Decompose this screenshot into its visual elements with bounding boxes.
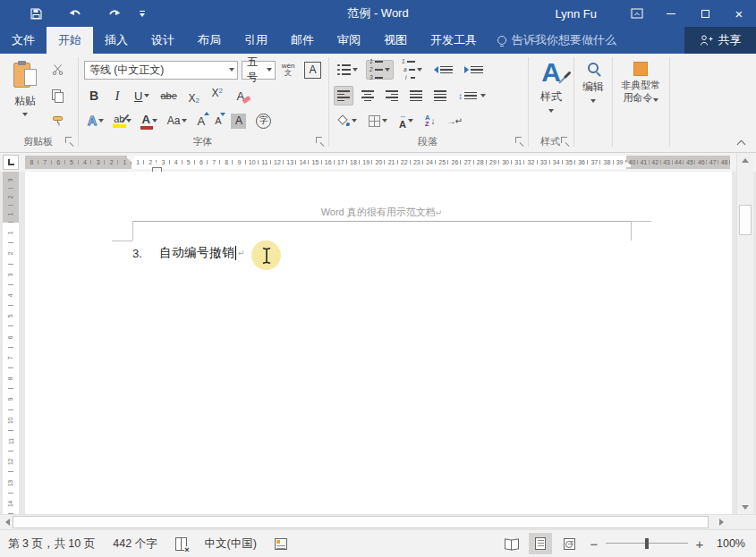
- styles-button[interactable]: A 样式: [529, 57, 573, 113]
- ruler-number: 8: [220, 156, 233, 169]
- zoom-slider[interactable]: [606, 535, 688, 553]
- tab-mailings[interactable]: 邮件: [279, 27, 326, 54]
- format-painter-button[interactable]: [48, 111, 68, 131]
- left-indent-marker[interactable]: [153, 168, 161, 172]
- shading-button[interactable]: [334, 111, 361, 131]
- align-center-button[interactable]: [358, 86, 378, 105]
- page-indicator[interactable]: 第 3 页，共 10 页: [8, 536, 95, 552]
- read-mode-button[interactable]: [500, 533, 523, 554]
- strikethrough-button[interactable]: abe: [157, 86, 180, 105]
- distribute-button[interactable]: [430, 86, 450, 105]
- numbering-button[interactable]: [366, 60, 394, 80]
- tab-design[interactable]: 设计: [140, 27, 186, 54]
- macro-record-icon[interactable]: [275, 538, 287, 550]
- paragraph-dialog-launcher[interactable]: [514, 136, 524, 146]
- styles-dialog-launcher[interactable]: [560, 136, 570, 146]
- scroll-up-button[interactable]: [737, 153, 753, 167]
- scroll-down-button[interactable]: [737, 500, 753, 514]
- web-layout-icon: [564, 538, 575, 550]
- undo-icon: [68, 8, 82, 20]
- tell-me-box[interactable]: 告诉我你想要做什么: [488, 27, 625, 54]
- language-indicator[interactable]: 中文(中国): [205, 536, 257, 552]
- vertical-scroll-thumb[interactable]: [739, 205, 752, 235]
- editing-button[interactable]: 编辑: [574, 57, 612, 103]
- align-left-button[interactable]: [334, 86, 353, 105]
- word-count[interactable]: 442 个字: [113, 536, 157, 552]
- change-case-button[interactable]: Aa: [164, 111, 191, 131]
- tab-home[interactable]: 开始: [47, 27, 93, 54]
- bold-button[interactable]: B: [84, 86, 104, 105]
- phonetic-guide-button[interactable]: wén 文: [279, 60, 297, 80]
- tab-review[interactable]: 审阅: [326, 27, 372, 54]
- maximize-button[interactable]: [688, 0, 722, 27]
- save-button[interactable]: [16, 0, 55, 27]
- bullets-button[interactable]: [334, 60, 361, 80]
- borders-button[interactable]: [365, 111, 391, 131]
- scroll-right-button[interactable]: [714, 515, 728, 529]
- align-right-button[interactable]: [382, 86, 402, 105]
- copy-button[interactable]: [48, 85, 66, 105]
- grow-font-button[interactable]: A: [193, 111, 208, 131]
- print-layout-button[interactable]: [529, 533, 552, 554]
- tab-layout[interactable]: 布局: [186, 27, 233, 54]
- line-spacing-button[interactable]: ↕: [454, 86, 489, 105]
- font-name-combo[interactable]: 等线 (中文正文): [84, 61, 238, 80]
- share-button[interactable]: 共享: [684, 27, 756, 54]
- show-marks-button[interactable]: →↵: [443, 111, 464, 131]
- close-button[interactable]: ×: [722, 0, 756, 27]
- customize-qat-button[interactable]: [134, 0, 150, 27]
- body-paragraph[interactable]: 3. 自动编号撤销 ↵: [132, 244, 245, 262]
- signed-in-user[interactable]: Lynn Fu: [556, 7, 598, 21]
- zoom-in-button[interactable]: +: [692, 536, 708, 552]
- font-size-value: 五号: [247, 55, 267, 85]
- tab-stop-selector[interactable]: [3, 155, 19, 170]
- vertical-scrollbar[interactable]: [736, 153, 753, 514]
- proofing-errors-icon[interactable]: [175, 537, 187, 551]
- horizontal-scroll-thumb[interactable]: [13, 516, 709, 528]
- sort-button[interactable]: A Z ↓: [421, 111, 438, 131]
- clear-formatting-button[interactable]: A: [231, 86, 251, 105]
- character-shading-button[interactable]: A: [227, 111, 250, 131]
- decrease-indent-button[interactable]: [430, 60, 456, 80]
- web-layout-button[interactable]: [557, 533, 581, 554]
- collapse-ribbon-button[interactable]: [737, 139, 745, 147]
- italic-button[interactable]: I: [107, 86, 127, 105]
- font-color-button[interactable]: A: [138, 111, 160, 131]
- paragraph-mark-icon: ↵: [436, 208, 443, 217]
- shrink-font-button[interactable]: A: [211, 111, 225, 131]
- tab-insert[interactable]: 插入: [93, 27, 140, 54]
- highlight-button[interactable]: ab: [110, 111, 135, 131]
- zoom-slider-thumb[interactable]: [645, 538, 649, 549]
- tab-developer[interactable]: 开发工具: [419, 27, 488, 54]
- character-border-button[interactable]: A: [301, 60, 325, 80]
- document-page[interactable]: Word 真的很有用示范文档↵ 3. 自动编号撤销 ↵: [25, 172, 732, 514]
- superscript-button[interactable]: X2: [208, 86, 227, 105]
- subscript-button[interactable]: X2: [184, 86, 204, 105]
- cut-button[interactable]: [48, 59, 67, 79]
- font-dialog-launcher[interactable]: [315, 136, 325, 146]
- minimize-button[interactable]: [654, 0, 688, 27]
- justify-button[interactable]: [406, 86, 426, 105]
- font-size-combo[interactable]: 五号: [242, 61, 276, 80]
- tab-file[interactable]: 文件: [0, 27, 47, 54]
- group-font: 等线 (中文正文) 五号 wén 文 A B I U: [79, 54, 328, 152]
- tab-references[interactable]: 引用: [233, 27, 279, 54]
- chevron-down-icon: [352, 119, 357, 122]
- clipboard-dialog-launcher[interactable]: [64, 136, 74, 146]
- enclose-characters-button[interactable]: 字: [252, 111, 275, 131]
- character-scaling-button[interactable]: ↔ A: [395, 111, 417, 131]
- undo-button[interactable]: [55, 0, 95, 27]
- underline-button[interactable]: U: [131, 86, 153, 105]
- multilevel-list-button[interactable]: [398, 60, 426, 80]
- vertical-ruler[interactable]: 321 1234567891011121314: [3, 172, 19, 514]
- atypical-commands-button[interactable]: 非典型常 用命令: [613, 57, 668, 105]
- zoom-level[interactable]: 100%: [708, 537, 745, 550]
- paste-button[interactable]: 粘贴: [7, 57, 43, 132]
- text-effects-button[interactable]: A: [84, 111, 107, 131]
- increase-indent-button[interactable]: [461, 60, 487, 80]
- tab-view[interactable]: 视图: [372, 27, 419, 54]
- ribbon-display-options-button[interactable]: [620, 0, 654, 27]
- redo-button[interactable]: [95, 0, 134, 27]
- horizontal-scrollbar[interactable]: [0, 514, 756, 529]
- zoom-out-button[interactable]: −: [586, 536, 602, 552]
